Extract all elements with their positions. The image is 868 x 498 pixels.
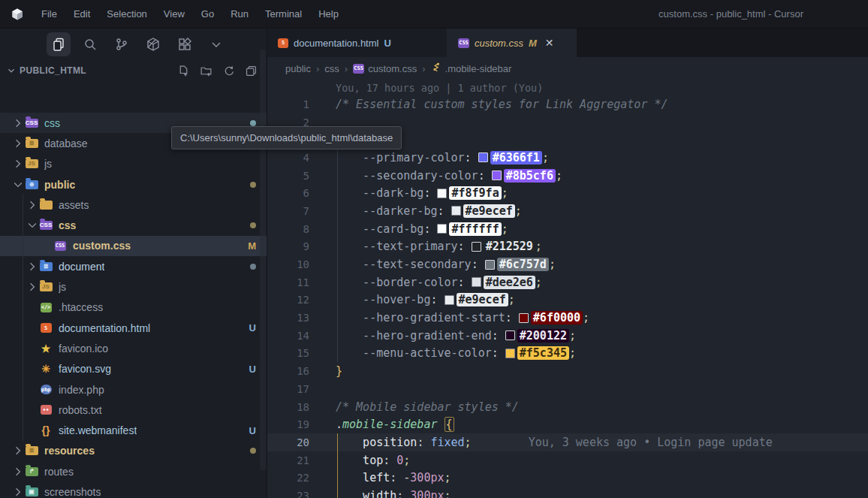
color-swatch [445, 295, 454, 305]
folder-shape-icon: CSS [26, 119, 38, 128]
token-cm: /* Mobile sidebar styles */ [336, 400, 519, 414]
tree-item-documentation.html[interactable]: 5documentation.htmlU [0, 318, 267, 338]
code-line-22[interactable]: 22 left: -300px; [267, 469, 868, 487]
token-pun: : [423, 222, 437, 236]
token-pun: : [458, 240, 472, 253]
code-line-9[interactable]: 9 --text-primary: #212529; [267, 238, 868, 256]
chevron-right-icon[interactable] [12, 486, 24, 498]
tree-item-resources[interactable]: ≣resources [0, 441, 267, 461]
breadcrumb-separator-icon: › [345, 63, 348, 74]
code-line-5[interactable]: 5 --secondary-color: #8b5cf6; [267, 167, 868, 185]
tree-item-index.php[interactable]: phpindex.php [0, 379, 267, 400]
breadcrumb[interactable]: public›css›CSScustom.css›.mobile-sidebar [267, 57, 868, 80]
tree-item-public[interactable]: ⊕public [0, 174, 267, 195]
sidebar-scrollbar[interactable] [260, 50, 266, 470]
code-line-15[interactable]: 15 --menu-active-color: #f5c345; [267, 345, 868, 363]
code-line-19[interactable]: 19.mobile-sidebar { [267, 415, 868, 433]
code-line-10[interactable]: 10 --text-secondary: #6c757d; [267, 255, 868, 273]
menu-terminal[interactable]: Terminal [257, 0, 310, 29]
menu-run[interactable]: Run [222, 0, 257, 29]
code-line-23[interactable]: 23 width: 300px; [267, 487, 868, 498]
tab-custom.css[interactable]: CSScustom.cssM✕ [448, 29, 577, 57]
folder-shape-icon: ▣ [26, 487, 38, 496]
breadcrumb-label: css [324, 63, 339, 74]
chevron-right-icon[interactable] [26, 261, 38, 273]
search-icon[interactable] [78, 32, 102, 56]
tree-item-custom.css[interactable]: CSScustom.cssM [0, 236, 267, 256]
chevron-down-icon[interactable] [12, 179, 24, 191]
explorer-icon[interactable] [47, 32, 71, 56]
tab-documentation.html[interactable]: 5documentation.htmlU [267, 29, 448, 57]
menu-edit[interactable]: Edit [65, 0, 98, 29]
chevron-right-icon[interactable] [12, 158, 24, 170]
path-tooltip: C:\Users\sunny\Downloads\public_html\dat… [171, 126, 402, 149]
code-line-4[interactable]: 4 --primary-color: #6366f1; [267, 149, 868, 167]
code-line-1[interactable]: 1/* Essential custom styles for Link Agg… [267, 95, 868, 113]
tree-item-js[interactable]: JSjs [0, 276, 267, 297]
code-line-11[interactable]: 11 --border-color: #dee2e6; [267, 273, 868, 291]
chevron-down-icon[interactable] [26, 219, 38, 231]
token-var: --primary-color [336, 151, 465, 164]
tree-item-js[interactable]: JSjs [0, 154, 267, 174]
color-swatch [472, 277, 481, 287]
line-number: 13 [267, 312, 309, 324]
chevron-right-icon[interactable] [26, 199, 38, 211]
token-var: --border-color [336, 276, 458, 289]
tree-item-assets[interactable]: assets [0, 195, 267, 215]
tree-item-screenshots[interactable]: ▣screenshots [0, 481, 267, 498]
code-line-21[interactable]: 21 top: 0; [267, 451, 868, 469]
code-line-7[interactable]: 7 --darker-bg: #e9ecef; [267, 202, 868, 220]
token-var: --text-primary [336, 240, 458, 253]
tree-item-.htaccess[interactable]: </>.htaccess [0, 297, 267, 318]
menu-help[interactable]: Help [310, 0, 347, 29]
hex-value: #e9ecef [457, 293, 508, 306]
explorer-section-header[interactable]: PUBLIC_HTML [0, 60, 267, 81]
chevron-down-icon[interactable] [204, 32, 228, 56]
code-line-18[interactable]: 18/* Mobile sidebar styles */ [267, 398, 868, 416]
menu-go[interactable]: Go [193, 0, 222, 29]
hex-value: #6f0000 [531, 311, 583, 324]
breadcrumb-item-.mobile-sidebar[interactable]: .mobile-sidebar [431, 62, 512, 75]
folder-glyph: ≣ [26, 446, 38, 455]
code-line-17[interactable]: 17 [267, 380, 868, 398]
tree-item-robots.txt[interactable]: ••robots.txt [0, 400, 267, 420]
tree-item-favicon.svg[interactable]: ✳favicon.svgU [0, 359, 267, 379]
breadcrumb-item-custom.css[interactable]: CSScustom.css [353, 63, 417, 74]
tree-item-site.webmanifest[interactable]: {}site.webmanifestU [0, 420, 267, 440]
chevron-right-icon[interactable] [12, 117, 24, 129]
token-pun: : [390, 471, 403, 484]
glyph-icon: ★ [41, 343, 51, 354]
menu-selection[interactable]: Selection [98, 0, 155, 29]
close-icon[interactable]: ✕ [545, 37, 554, 49]
refresh-icon[interactable] [222, 65, 235, 77]
menu-view[interactable]: View [155, 0, 193, 29]
menu-file[interactable]: File [33, 0, 65, 29]
chevron-right-icon[interactable] [12, 137, 24, 149]
token-semi: ; [569, 346, 576, 360]
code-line-20[interactable]: 20 position: fixed;You, 3 weeks ago • Lo… [267, 433, 868, 451]
code-line-6[interactable]: 6 --dark-bg: #f8f9fa; [267, 184, 868, 202]
code-line-8[interactable]: 8 --card-bg: #ffffff; [267, 220, 868, 238]
git-status-dot [250, 448, 256, 454]
title-bar: FileEditSelectionViewGoRunTerminalHelp c… [0, 0, 868, 29]
new-file-icon[interactable] [177, 65, 190, 77]
tree-item-routes[interactable]: ↱routes [0, 461, 267, 481]
extensions-cube-icon[interactable] [141, 32, 165, 56]
layout-grid-icon[interactable] [173, 32, 197, 56]
folder-shape-icon: CSS [40, 221, 53, 230]
chevron-right-icon[interactable] [12, 445, 24, 457]
code-line-13[interactable]: 13 --hero-gradient-start: #6f0000; [267, 309, 868, 327]
tree-item-favicon.ico[interactable]: ★favicon.ico [0, 338, 267, 358]
code-line-14[interactable]: 14 --hero-gradient-end: #200122; [267, 327, 868, 345]
tree-item-css[interactable]: CSScss [0, 215, 267, 235]
source-control-icon[interactable] [110, 32, 134, 56]
chevron-right-icon[interactable] [26, 281, 38, 293]
breadcrumb-item-public[interactable]: public [285, 63, 311, 74]
tree-item-document[interactable]: ≣document [0, 256, 267, 276]
code-line-16[interactable]: 16} [267, 362, 868, 380]
new-folder-icon[interactable] [200, 65, 212, 77]
breadcrumb-item-css[interactable]: css [324, 63, 339, 74]
collapse-all-icon[interactable] [245, 65, 258, 77]
chevron-right-icon[interactable] [12, 466, 24, 478]
code-line-12[interactable]: 12 --hover-bg: #e9ecef; [267, 291, 868, 309]
